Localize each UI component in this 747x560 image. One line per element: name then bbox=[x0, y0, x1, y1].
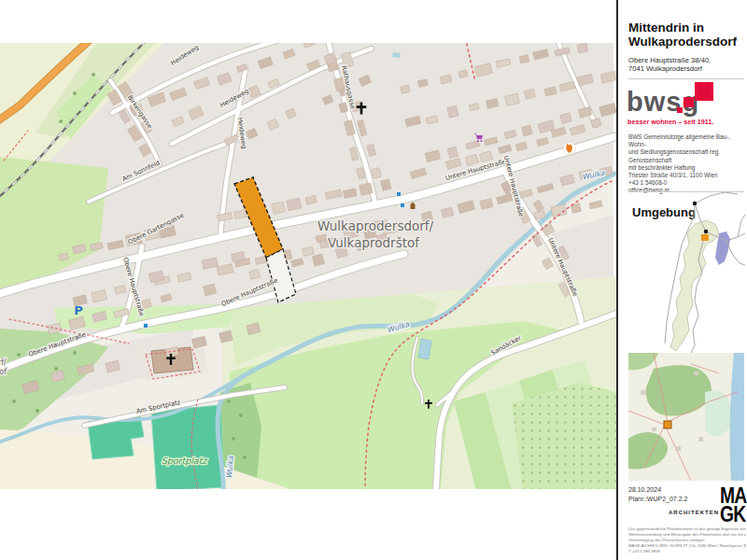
bus-stop-icon bbox=[401, 203, 405, 208]
parking-icon: P bbox=[74, 303, 83, 317]
fire-icon bbox=[564, 143, 576, 155]
umgebung-map bbox=[616, 191, 747, 485]
disclaimer-line: Weiterverwendung und Weitergabe des Plan… bbox=[628, 532, 746, 538]
svg-text:P: P bbox=[74, 303, 83, 317]
area-label: Sportplatz bbox=[162, 455, 208, 466]
place-label: Vulkaprodrštof bbox=[0, 367, 7, 376]
map-bottom-margin bbox=[0, 489, 616, 560]
plan-document: P Obere GartengasseUntere HauptstraßeUnt… bbox=[0, 0, 747, 560]
title-line2: Wulkaprodersdorf bbox=[628, 35, 737, 49]
company-line: Triester Straße 40/3/1, 1100 Wien bbox=[628, 172, 746, 179]
umgebung-sketch bbox=[665, 192, 745, 357]
disclaimer-line: MAGK AICHHOLZER / KLEIN ZT OG, 1030 Wien… bbox=[628, 543, 746, 549]
region-overview-map bbox=[628, 353, 744, 481]
divider-line bbox=[628, 78, 744, 79]
company-line: mit beschränkter Haftung bbox=[628, 164, 746, 172]
place-label: Vulkaprodrštof bbox=[328, 235, 420, 250]
plan-number: Planr.:WUP2_07.2.2 bbox=[628, 496, 687, 502]
bus-stop-icon bbox=[144, 324, 148, 329]
architects-label: ARCHITEKTEN bbox=[665, 510, 719, 515]
bwsg-logo-square-small bbox=[677, 107, 683, 113]
project-address: Obere Hauptstraße 38/40, 7041 Wulkaprode… bbox=[628, 56, 711, 73]
place-label: Wulkaprodersdorf/ bbox=[317, 218, 434, 233]
building bbox=[381, 179, 391, 190]
town-dot bbox=[704, 230, 708, 233]
building bbox=[272, 202, 286, 214]
town-dot bbox=[693, 202, 697, 205]
bwsg-logo-square-medium bbox=[684, 97, 694, 107]
minimap-site-marker bbox=[664, 421, 671, 428]
site-plan-map: P Obere GartengasseUntere HauptstraßeUnt… bbox=[0, 0, 616, 560]
bus-stop-icon bbox=[397, 192, 402, 197]
site-marker bbox=[701, 234, 709, 241]
page-title: Mittendrin in Wulkaprodersdorf bbox=[628, 21, 737, 49]
lake-shape bbox=[715, 231, 730, 265]
disclaimer-line: T +43 1 586 3809 bbox=[628, 549, 746, 554]
map-top-margin bbox=[0, 0, 616, 43]
bwsg-logo-square-large bbox=[695, 82, 713, 101]
bwsg-tagline: besser wohnen – seit 1911. bbox=[627, 118, 713, 126]
plan-date: 28.10.2024 bbox=[628, 486, 661, 493]
title-line1: Mittendrin in bbox=[628, 21, 704, 35]
company-line: BWS Gemeinnützige allgemeine Bau-, Wohn- bbox=[628, 133, 746, 148]
building bbox=[359, 183, 373, 195]
magk-architects-logo: MA GK bbox=[720, 487, 747, 526]
company-line: und Siedlungsgenossenschaft reg. bbox=[628, 148, 746, 156]
company-info: BWS Gemeinnützige allgemeine Bau-, Wohn-… bbox=[628, 133, 746, 195]
company-line: Genossenschaft bbox=[628, 157, 746, 164]
place-label: Wulkaprodersdorf/ bbox=[0, 358, 7, 367]
disclaimer-text: Das gegenständliche Plandokument ist das… bbox=[628, 526, 746, 556]
company-line: +43 1 54608-0 bbox=[628, 179, 746, 187]
